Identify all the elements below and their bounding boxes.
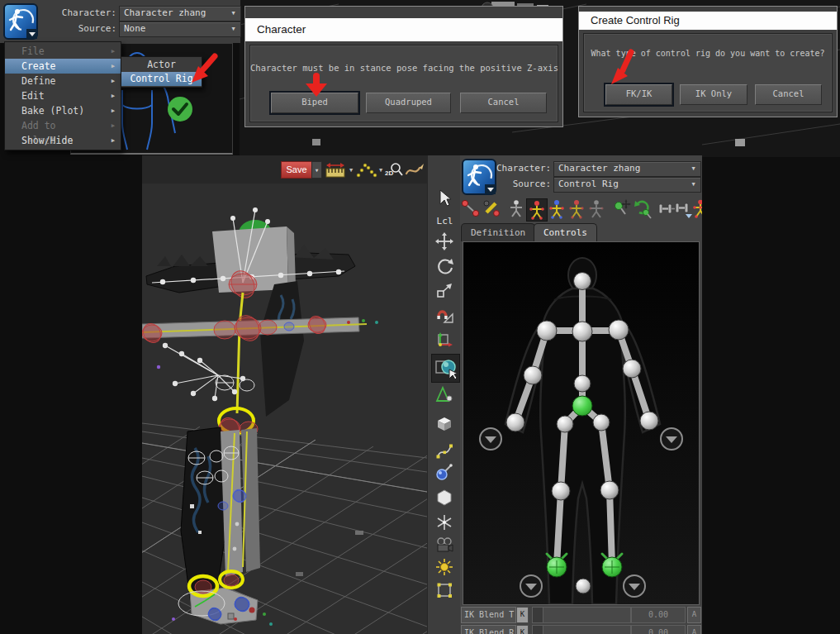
submenu-arrow-icon: ▶ bbox=[112, 88, 115, 103]
joint-left-elbow[interactable] bbox=[524, 366, 542, 384]
submenu-item-control-rig[interactable]: Control Rig bbox=[121, 72, 202, 86]
save-options-dropdown[interactable]: ▼ bbox=[311, 161, 322, 179]
character-select[interactable]: Character zhang ▼ bbox=[119, 6, 241, 21]
snap-tool-icon[interactable] bbox=[434, 306, 455, 327]
joint-chest[interactable] bbox=[572, 322, 592, 341]
cube-tool-icon[interactable] bbox=[434, 413, 455, 434]
characterized-ok-icon bbox=[166, 95, 194, 123]
polygon-tool-icon[interactable] bbox=[434, 488, 455, 508]
submenu-arrow-icon: ▶ bbox=[112, 44, 115, 59]
tab-definition[interactable]: Definition bbox=[461, 223, 535, 241]
null-marker-tool-icon[interactable] bbox=[434, 512, 455, 533]
submenu-arrow-icon: ▶ bbox=[112, 133, 115, 148]
menu-item-file[interactable]: File ▶ bbox=[5, 44, 121, 59]
submenu-item-actor[interactable]: Actor bbox=[121, 58, 202, 72]
timeline-ruler-icon[interactable] bbox=[325, 162, 346, 179]
axes-frame-tool-icon[interactable] bbox=[434, 331, 455, 351]
menu-item-bake-plot[interactable]: Bake (Plot) ▶ bbox=[5, 103, 121, 118]
set-key-button[interactable]: K bbox=[516, 625, 529, 634]
joint-left-shoulder[interactable] bbox=[537, 321, 557, 341]
keying-curve-icon[interactable] bbox=[356, 160, 377, 179]
character-select-value: Character zhang bbox=[554, 162, 686, 176]
spline-tool-icon[interactable] bbox=[434, 441, 455, 461]
joint-spine[interactable] bbox=[574, 375, 591, 392]
auto-key-button[interactable]: A bbox=[687, 607, 701, 623]
source-select[interactable]: None ▼ bbox=[119, 21, 241, 37]
ik-blend-r-row: IK Blend R K 0.00 A bbox=[461, 625, 701, 634]
source-select[interactable]: Control Rig ▼ bbox=[553, 177, 701, 193]
viewport-scene[interactable] bbox=[142, 184, 427, 634]
stance-pose-options-icon[interactable] bbox=[673, 198, 693, 220]
menu-item-add-to-selection[interactable]: Add to Selection ▶ bbox=[5, 118, 121, 133]
control-rig-diagram[interactable] bbox=[463, 242, 699, 604]
full-body-mode-icon-active[interactable] bbox=[526, 198, 548, 222]
character-controls-app-icon[interactable] bbox=[462, 159, 496, 195]
camera-tool-icon[interactable] bbox=[434, 536, 455, 556]
light-tool-icon[interactable] bbox=[434, 557, 455, 578]
zoom-2d-icon[interactable]: 2D bbox=[385, 162, 405, 179]
edit-keying-icon[interactable] bbox=[482, 198, 501, 220]
fkik-button[interactable]: FK/IK bbox=[605, 84, 672, 105]
cancel-button[interactable]: Cancel bbox=[460, 93, 547, 113]
submenu-arrow-icon: ▶ bbox=[112, 103, 115, 118]
chevron-down-icon[interactable]: ▼ bbox=[377, 166, 385, 174]
cone-light-tool-icon[interactable] bbox=[434, 385, 455, 406]
pin-rotation-icon[interactable] bbox=[632, 198, 652, 220]
menu-item-show-hide[interactable]: Show/Hide ▶ bbox=[5, 133, 121, 148]
ik-only-button[interactable]: IK Only bbox=[680, 84, 747, 105]
skeleton-disabled-icon[interactable] bbox=[586, 198, 606, 220]
pinned-ankles[interactable] bbox=[547, 554, 622, 577]
joint-center-reference[interactable] bbox=[576, 579, 591, 593]
local-axis-tool[interactable]: Lcl bbox=[434, 211, 455, 231]
cancel-button[interactable]: Cancel bbox=[755, 84, 822, 105]
menu-item-edit[interactable]: Edit ▶ bbox=[5, 88, 121, 103]
joint-tool-icon[interactable] bbox=[434, 463, 455, 484]
dialog-body: What type of control rig do you want to … bbox=[583, 33, 833, 112]
region-select-tool-icon[interactable] bbox=[434, 580, 455, 601]
joint-left-knee[interactable] bbox=[552, 482, 570, 500]
chevron-down-icon[interactable]: ▼ bbox=[686, 162, 700, 176]
skeleton-plain-icon[interactable] bbox=[506, 198, 526, 220]
joint-right-hip[interactable] bbox=[593, 414, 610, 431]
scale-tool-icon[interactable] bbox=[434, 281, 455, 302]
chevron-down-icon[interactable]: ▼ bbox=[347, 166, 355, 174]
joint-hips-selected[interactable] bbox=[572, 396, 592, 416]
ik-blend-r-value[interactable]: 0.00 bbox=[631, 625, 686, 634]
joint-right-knee[interactable] bbox=[600, 481, 619, 499]
translate-tool-icon[interactable] bbox=[434, 231, 455, 252]
ik-blend-r-slider[interactable] bbox=[532, 625, 631, 634]
ik-blend-t-slider[interactable] bbox=[532, 607, 631, 623]
pin-translation-icon[interactable] bbox=[611, 198, 631, 220]
body-part-mode-icon[interactable] bbox=[547, 198, 567, 220]
expand-left-hand-button bbox=[480, 428, 501, 450]
joint-right-shoulder[interactable] bbox=[609, 320, 629, 340]
rotate-tool-icon[interactable] bbox=[434, 256, 455, 277]
biped-button[interactable]: Biped bbox=[271, 93, 358, 113]
quadruped-button[interactable]: Quadruped bbox=[366, 93, 451, 113]
menu-item-define[interactable]: Define ▶ bbox=[5, 74, 121, 88]
select-tool-icon[interactable] bbox=[434, 188, 455, 209]
auto-key-button[interactable]: A bbox=[687, 625, 701, 634]
selection-mode-icon[interactable] bbox=[567, 198, 586, 220]
joint-right-wrist[interactable] bbox=[640, 412, 658, 430]
set-key-button[interactable]: K bbox=[516, 607, 529, 623]
joint-left-hip[interactable] bbox=[557, 416, 573, 432]
menu-item-create[interactable]: Create ▶ bbox=[5, 59, 121, 74]
character-controls-app-icon[interactable] bbox=[3, 3, 38, 40]
joint-head[interactable] bbox=[574, 273, 591, 290]
character-select[interactable]: Character zhang ▼ bbox=[553, 161, 701, 177]
viewport-3d[interactable]: Save ▼ ▼ ▼ 2D bbox=[142, 155, 427, 634]
draw-pen-icon[interactable] bbox=[405, 162, 425, 178]
tab-controls[interactable]: Controls bbox=[534, 223, 597, 241]
joint-left-wrist[interactable] bbox=[506, 413, 524, 431]
save-button[interactable]: Save bbox=[281, 161, 312, 179]
chevron-down-icon[interactable]: ▼ bbox=[226, 22, 240, 36]
chevron-down-icon[interactable]: ▼ bbox=[226, 7, 240, 21]
joint-right-elbow[interactable] bbox=[623, 360, 641, 378]
ik-blend-t-value[interactable]: 0.00 bbox=[631, 607, 686, 623]
plot-link-icon[interactable] bbox=[461, 198, 481, 220]
selection-sphere-tool-active[interactable] bbox=[431, 354, 460, 383]
mirror-pose-icon[interactable] bbox=[691, 198, 702, 220]
create-submenu: Actor Control Rig bbox=[121, 56, 202, 88]
chevron-down-icon[interactable]: ▼ bbox=[686, 178, 700, 192]
